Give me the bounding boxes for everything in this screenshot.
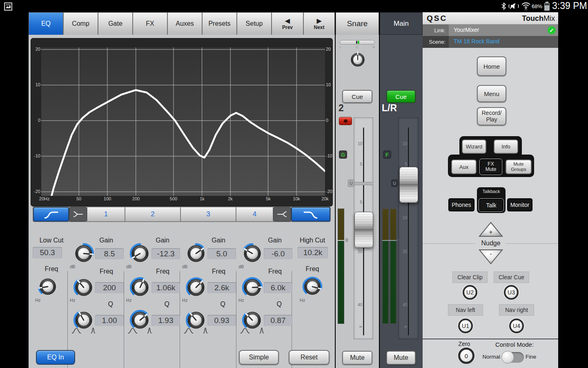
next-label: Next — [314, 25, 324, 30]
reset-button[interactable]: Reset — [289, 350, 330, 365]
band1-gain-knob[interactable] — [73, 243, 94, 264]
eq-graph-frame: 20100-10-20 20100-10-20 20Hz501002005001… — [31, 38, 333, 206]
menu-button[interactable]: Menu — [477, 85, 506, 102]
main-unity-tab: U — [391, 180, 398, 187]
band-1-label: 1 — [104, 210, 108, 218]
user-button-u2[interactable]: U2 — [463, 285, 477, 300]
next-arrow-icon: ▶ — [317, 17, 322, 25]
next-channel-button[interactable]: ▶ Next — [303, 12, 335, 35]
high-shelf-band-button[interactable] — [273, 207, 291, 222]
home-button[interactable]: Home — [477, 56, 506, 76]
control-mode-toggle[interactable] — [503, 352, 524, 363]
record-arm-button[interactable] — [339, 117, 352, 125]
band1-q-value: 1.00 — [95, 315, 124, 326]
band-2-button[interactable]: 2 — [125, 207, 180, 222]
band-4-label: 4 — [253, 210, 256, 218]
tab-presets[interactable]: Presets — [202, 12, 237, 35]
svg-text:+: + — [489, 229, 492, 236]
low-shelf-band-button[interactable] — [69, 207, 87, 222]
main-meter-zero-tick — [382, 240, 396, 241]
low-shelf-icon — [72, 210, 84, 219]
band4-freq-knob[interactable] — [242, 277, 263, 298]
zero-button[interactable]: 0 — [458, 348, 474, 364]
low-cut-band-button[interactable] — [33, 207, 69, 222]
main-fader-track[interactable]: 10 5 5 10 20 40 ∞ — [398, 117, 419, 339]
low-cut-filter-icon — [42, 209, 60, 219]
band-1-button[interactable]: 1 — [87, 207, 125, 222]
band3-freq-knob[interactable] — [185, 277, 207, 298]
main-cue-button[interactable]: Cue — [386, 90, 416, 103]
channel-fader-track[interactable]: 10 5 5 10 20 40 ∞ — [354, 117, 373, 339]
scale-10-top: 10 — [355, 141, 362, 146]
scale-20: 20 — [400, 249, 407, 254]
aux-button[interactable]: Aux — [451, 159, 477, 174]
wifi-icon — [521, 2, 531, 10]
high-cut-freq-knob[interactable] — [302, 276, 323, 297]
tab-fx[interactable]: FX — [133, 12, 167, 35]
phones-button[interactable]: Phones — [448, 198, 475, 212]
tab-gate[interactable]: Gate — [98, 12, 133, 35]
band4-gain-value: -6.0 — [264, 248, 292, 259]
band-4-button[interactable]: 4 — [236, 207, 273, 222]
pan-indicator[interactable] — [340, 40, 375, 45]
scale-10-bot: 10 — [400, 215, 407, 220]
scale-inf: ∞ — [400, 324, 407, 329]
fx-mute-button[interactable]: FX Mute — [479, 159, 502, 175]
band1-freq-knob[interactable] — [73, 277, 94, 298]
user-button-u1[interactable]: U1 — [458, 319, 473, 333]
tab-eq[interactable]: EQ — [29, 12, 63, 35]
prev-label: Prev — [282, 25, 293, 30]
main-mute-button[interactable]: Mute — [386, 351, 416, 365]
simple-button[interactable]: Simple — [239, 350, 279, 365]
low-cut-freq-knob[interactable] — [38, 276, 58, 297]
channel-name-tab[interactable]: Snare — [336, 12, 379, 35]
narrow-bell-icon — [147, 327, 152, 334]
nudge-up-button[interactable]: + — [478, 221, 503, 238]
band-3-button[interactable]: 3 — [180, 207, 236, 222]
wizard-button[interactable]: Wizard — [462, 139, 486, 154]
muted-speaker-icon — [508, 3, 519, 9]
channel-fader-cap[interactable] — [354, 212, 373, 248]
touchmix-app: 68% 3:39 PM EQ Comp Gate FX Auxes Preset… — [0, 0, 588, 368]
clear-cue-label: Clear Cue — [494, 272, 529, 283]
link-row: Link: YourMixer ✓ — [423, 25, 558, 36]
product-name: TouchMix — [522, 14, 555, 23]
battery-icon — [544, 3, 550, 11]
prev-channel-button[interactable]: ◀ Prev — [272, 12, 303, 35]
record-play-button[interactable]: Record/ Play — [477, 107, 506, 126]
knob-graphic — [302, 276, 323, 297]
band3-freq-label: Freq — [196, 268, 225, 275]
scene-value[interactable]: TM 16 Rock Band — [454, 38, 499, 45]
user-button-u4[interactable]: U4 — [509, 319, 524, 333]
channel-cue-button[interactable]: Cue — [342, 90, 372, 103]
user-button-u3[interactable]: U3 — [504, 285, 519, 300]
talk-button[interactable]: Talk — [479, 198, 504, 212]
band2-gain-knob[interactable] — [129, 243, 151, 264]
scale-40: 40 — [355, 303, 362, 307]
monitor-button[interactable]: Monitor — [507, 198, 533, 212]
high-shelf-icon — [276, 210, 288, 219]
band3-gain-knob[interactable] — [185, 243, 207, 264]
x-tick-2k: 2k — [228, 196, 233, 202]
main-fader-cap[interactable] — [399, 167, 418, 203]
x-tick-20k: 20k — [321, 196, 329, 202]
channel-pan-knob[interactable] — [349, 51, 366, 68]
info-button[interactable]: Info — [494, 139, 518, 154]
x-tick-1k: 1k — [200, 196, 205, 202]
eq-in-button[interactable]: EQ In — [36, 350, 75, 365]
mute-groups-button[interactable]: Mute Groups — [506, 159, 532, 174]
channel-number: 2 — [339, 103, 344, 114]
band1-freq-label: Freq — [84, 268, 113, 275]
high-cut-band-button[interactable] — [291, 207, 330, 222]
tab-comp[interactable]: Comp — [63, 12, 98, 35]
tab-auxes[interactable]: Auxes — [167, 12, 202, 35]
pan-right-label: R — [372, 45, 375, 49]
x-tick-100: 100 — [104, 196, 111, 202]
channel-mute-button[interactable]: Mute — [342, 351, 372, 365]
high-cut-title: High Cut — [294, 237, 331, 244]
band2-freq-knob[interactable] — [129, 277, 151, 298]
tab-setup[interactable]: Setup — [237, 12, 272, 35]
nudge-down-button[interactable]: - — [478, 249, 503, 265]
main-tab[interactable]: Main — [380, 12, 423, 35]
band4-gain-knob[interactable] — [242, 243, 263, 264]
